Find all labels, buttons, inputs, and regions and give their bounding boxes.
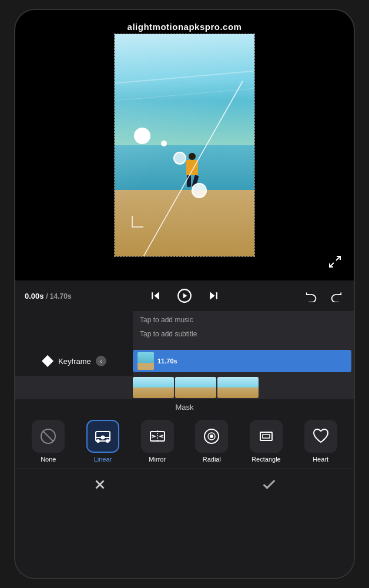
cancel-button[interactable] [87,472,113,497]
svg-marker-3 [154,292,159,299]
mask-option-mirror[interactable]: Mirror [141,420,174,463]
track-clip-area: 11.70s [133,346,354,376]
clip-thumb-sky [137,352,154,363]
svg-marker-7 [210,292,214,299]
none-icon [39,427,58,446]
svg-rect-21 [260,432,272,440]
mask-options-area: None Linear [15,414,354,469]
mask-handle-bottom[interactable] [192,183,207,198]
time-display: 0.00s / 14.70s [25,292,131,300]
thumb-item-3 [217,377,259,398]
video-preview-area [15,10,354,280]
confirm-button[interactable] [256,472,282,497]
video-clip[interactable]: 11.70s [133,350,351,372]
play-button[interactable] [175,286,194,306]
mask-option-none[interactable]: None [32,420,65,463]
clip-duration: 11.70s [157,358,177,365]
clip-thumbnail [137,352,154,370]
add-subtitle-row[interactable]: Tap to add subtitle [135,328,351,340]
person-body [186,160,198,175]
timeline-thumbnails [15,376,354,399]
timeline-area: Tap to add music Tap to add subtitle Key… [15,311,354,578]
thumb-item-1 [133,377,174,398]
mask-option-label-radial: Radial [203,456,221,463]
mask-option-linear[interactable]: Linear [86,420,119,463]
skip-back-button[interactable] [147,288,164,304]
keyframe-diamond-icon[interactable] [42,355,53,367]
mask-option-label-rectangle: Rectangle [251,456,281,463]
svg-marker-6 [183,293,187,299]
svg-point-20 [210,435,213,437]
linear-icon [93,427,112,446]
mask-option-label-mirror: Mirror [149,456,166,463]
svg-point-13 [101,436,104,439]
mask-option-label-linear: Linear [94,456,112,463]
timeline-left-empty [15,311,133,346]
mask-handle-mid-small[interactable] [161,141,167,146]
transport-controls [131,286,237,306]
corner-bracket [132,216,143,228]
thumb-item-2 [175,377,216,398]
transport-bar: 0.00s / 14.70s [15,280,354,311]
mirror-icon [148,427,167,446]
person-head [189,153,196,160]
svg-point-14 [97,440,99,442]
timeline-track-row: Keyframe ‹ 11.70s [15,346,354,376]
expand-button[interactable]: ‹ [96,356,106,366]
mask-options-row: None Linear [15,417,354,465]
mask-option-label-none: None [41,456,56,463]
heart-icon [311,427,330,446]
undo-button[interactable] [303,288,320,304]
timeline-top: Tap to add music Tap to add subtitle [15,311,354,346]
mask-handle-top[interactable] [134,128,150,144]
time-total: / 14.70s [46,292,71,300]
diamond-shape [42,355,53,367]
mask-option-radial[interactable]: Radial [195,420,228,463]
watermark: alightmotionapkspro.com [128,22,242,32]
video-content [114,34,255,257]
svg-line-10 [43,431,53,442]
mask-icon-box-mirror [141,420,174,453]
rectangle-icon [257,427,276,446]
skip-forward-button[interactable] [205,288,222,304]
mask-option-rectangle[interactable]: Rectangle [250,420,283,463]
history-controls [238,288,344,304]
svg-line-2 [330,263,334,267]
mask-option-heart[interactable]: Heart [304,420,337,463]
mask-icon-box-radial [195,420,228,453]
mask-icon-box-rectangle [250,420,283,453]
current-time: 0.00s [25,292,44,300]
radial-icon [202,427,221,446]
mask-icon-box-heart [304,420,337,453]
timeline-right-panel: Tap to add music Tap to add subtitle [133,311,354,346]
fullscreen-button[interactable] [326,252,344,271]
bottom-action-bar [15,469,354,499]
phone-frame: alightmotionapkspro.com [14,9,355,579]
mask-option-label-heart: Heart [313,456,328,463]
svg-point-15 [106,440,109,442]
svg-line-1 [336,256,340,260]
mask-icon-box-none [32,420,65,453]
clip-thumb-sand [137,363,154,370]
mask-icon-box-linear [86,420,119,453]
add-music-row[interactable]: Tap to add music [135,313,351,326]
keyframe-label-area: Keyframe ‹ [15,346,133,376]
mask-label: Mask [15,399,354,414]
svg-rect-22 [263,435,270,438]
person-leg-left [187,175,191,187]
keyframe-label: Keyframe [58,357,91,366]
redo-button[interactable] [328,288,344,304]
